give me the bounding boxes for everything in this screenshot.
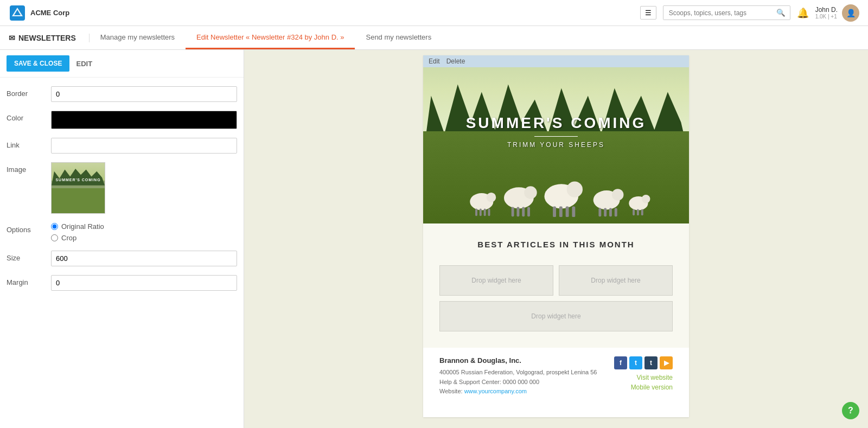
social-icons: f t t ▶	[614, 356, 673, 369]
user-menu[interactable]: John D. 1.0K | +1 👤	[815, 4, 859, 22]
hero-text-block: SUMMER'S COMING TRIMM YOUR SHEEPS	[423, 114, 689, 149]
drop-widget-2[interactable]: Drop widget here	[559, 265, 673, 296]
help-button[interactable]: ?	[842, 402, 859, 419]
margin-label: Margin	[7, 275, 44, 286]
facebook-icon[interactable]: f	[614, 356, 627, 369]
hero-edit-link[interactable]: Edit	[429, 58, 440, 65]
user-stats: 1.0K | +1	[815, 14, 838, 20]
svg-rect-11	[512, 207, 514, 216]
color-swatch[interactable]	[51, 111, 237, 129]
size-input[interactable]	[51, 251, 237, 266]
hamburger-button[interactable]: ☰	[640, 6, 656, 20]
svg-rect-17	[553, 206, 556, 217]
twitter-icon[interactable]: t	[629, 356, 642, 369]
color-row: Color	[7, 111, 237, 129]
right-panel: Edit Delete SUMMER'S COMING TRIMM YOUR S…	[244, 50, 868, 428]
newsletters-label: NEWSLETTERS	[18, 34, 76, 42]
footer-company: Brannon & Douglas, Inc.	[439, 356, 614, 365]
image-thumbnail[interactable]: SUMMER'S COMING	[51, 162, 105, 214]
hero-subtitle: TRIMM YOUR SHEEPS	[423, 141, 689, 149]
secondary-nav: ✉ NEWSLETTERS Manage my newsletters Edit…	[0, 26, 868, 50]
svg-rect-12	[516, 207, 519, 216]
newsletter-hero: Edit Delete SUMMER'S COMING TRIMM YOUR S…	[423, 55, 689, 223]
search-bar: 🔍	[663, 5, 790, 20]
svg-rect-25	[609, 208, 612, 216]
svg-rect-8	[488, 208, 490, 216]
hero-delete-link[interactable]: Delete	[446, 58, 465, 65]
user-name: John D.	[815, 6, 838, 14]
hero-edit-bar: Edit Delete	[423, 55, 689, 67]
svg-point-4	[487, 193, 496, 202]
save-close-button[interactable]: SAVE & CLOSE	[7, 55, 69, 72]
footer-support: Help & Support Center: 0000 000 000	[439, 378, 614, 387]
svg-rect-26	[615, 208, 617, 216]
radio-crop[interactable]	[51, 234, 58, 241]
nav-tabs: Manage my newsletters Edit Newsletter « …	[90, 26, 442, 49]
company-name: ACME Corp	[30, 9, 69, 17]
footer-website-link[interactable]: www.yourcompany.com	[464, 388, 527, 394]
mobile-version-link[interactable]: Mobile version	[631, 384, 673, 391]
edit-label: EDIT	[76, 60, 92, 68]
link-input[interactable]	[51, 138, 237, 154]
left-panel: SAVE & CLOSE EDIT Border Color Link Imag…	[0, 50, 244, 428]
footer-address: 400005 Russian Federation, Volgograd, pr…	[439, 368, 614, 397]
option-crop[interactable]: Crop	[51, 234, 104, 242]
hero-divider	[534, 136, 578, 137]
envelope-icon: ✉	[9, 34, 15, 42]
size-label: Size	[7, 251, 44, 262]
drop-widget-1[interactable]: Drop widget here	[439, 265, 553, 296]
notification-bell[interactable]: 🔔	[797, 7, 809, 19]
footer-website-row: Website: www.yourcompany.com	[439, 387, 614, 397]
margin-row: Margin	[7, 275, 237, 291]
crop-label: Crop	[61, 234, 76, 242]
search-input[interactable]	[663, 7, 772, 20]
svg-rect-7	[484, 208, 486, 216]
footer-website-label: Website:	[439, 388, 463, 394]
tab-edit-newsletter[interactable]: Edit Newsletter « Newsletter #324 by Joh…	[186, 26, 355, 49]
footer-right: f t t ▶ Visit website Mobile version	[614, 356, 673, 391]
svg-rect-13	[522, 207, 525, 216]
margin-input[interactable]	[51, 275, 237, 291]
svg-rect-23	[598, 208, 601, 216]
footer-left: Brannon & Douglas, Inc. 400005 Russian F…	[439, 356, 614, 397]
options-row: Options Original Ratio Crop	[7, 222, 237, 242]
border-label: Border	[7, 86, 44, 98]
avatar: 👤	[842, 4, 859, 22]
image-label: Image	[7, 162, 44, 174]
svg-point-16	[567, 181, 583, 197]
section-title: ✉ NEWSLETTERS	[9, 34, 90, 42]
color-label: Color	[7, 111, 44, 122]
section-title: BEST ARTICLES IN THIS MONTH	[439, 234, 673, 254]
svg-rect-24	[604, 208, 607, 216]
top-bar: ACME Corp ☰ 🔍 🔔 John D. 1.0K | +1 👤	[0, 0, 868, 26]
newsletter-body: BEST ARTICLES IN THIS MONTH Drop widget …	[423, 223, 689, 348]
radio-original-ratio[interactable]	[51, 223, 58, 230]
svg-rect-6	[480, 208, 482, 216]
logo-area: ACME Corp	[9, 4, 69, 22]
original-ratio-label: Original Ratio	[61, 222, 104, 231]
rss-icon[interactable]: ▶	[660, 356, 673, 369]
svg-point-22	[612, 189, 624, 201]
link-label: Link	[7, 138, 44, 149]
search-button[interactable]: 🔍	[772, 6, 790, 20]
option-original-ratio[interactable]: Original Ratio	[51, 222, 104, 231]
border-row: Border	[7, 86, 237, 102]
options-area: Original Ratio Crop	[51, 222, 104, 242]
svg-rect-18	[559, 206, 563, 217]
svg-rect-20	[572, 206, 575, 217]
widget-grid: Drop widget here Drop widget here	[439, 265, 673, 296]
svg-rect-5	[475, 208, 477, 216]
main-content: SAVE & CLOSE EDIT Border Color Link Imag…	[0, 50, 868, 428]
visit-website-link[interactable]: Visit website	[637, 374, 673, 381]
tab-send-newsletters[interactable]: Send my newsletters	[355, 26, 442, 49]
drop-widget-3[interactable]: Drop widget here	[439, 301, 673, 331]
top-right-area: ☰ 🔍 🔔 John D. 1.0K | +1 👤	[640, 4, 859, 22]
footer-addr1: 400005 Russian Federation, Volgograd, pr…	[439, 368, 614, 378]
tumblr-icon[interactable]: t	[644, 356, 658, 369]
footer-links: Visit website Mobile version	[631, 374, 673, 391]
tab-manage-newsletters[interactable]: Manage my newsletters	[90, 26, 186, 49]
thumb-text: SUMMER'S COMING	[52, 178, 105, 182]
border-input[interactable]	[51, 86, 237, 102]
newsletter-footer: Brannon & Douglas, Inc. 400005 Russian F…	[423, 348, 689, 405]
svg-point-28	[642, 195, 650, 203]
